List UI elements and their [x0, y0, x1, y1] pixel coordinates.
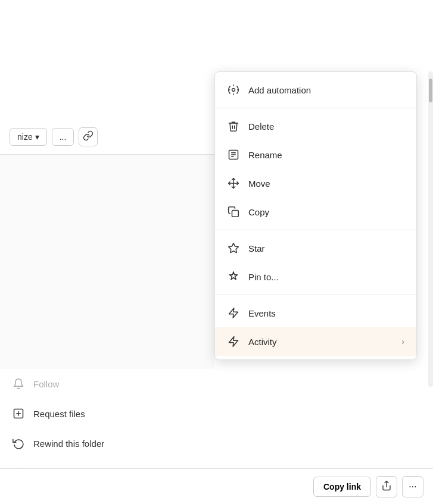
menu-item-events[interactable]: Events — [215, 299, 416, 327]
arrow-right-icon: › — [401, 337, 404, 346]
star-icon — [227, 242, 240, 255]
menu-item-star[interactable]: Star — [215, 234, 416, 262]
activity-label: Activity — [248, 337, 277, 347]
menu-item-move[interactable]: Move — [215, 169, 416, 198]
svg-marker-13 — [229, 337, 238, 347]
more-options-icon: ··· — [409, 481, 416, 492]
menu-item-rename[interactable]: Rename — [215, 140, 416, 169]
copy-label: Copy — [248, 207, 269, 217]
rewind-icon — [12, 437, 25, 450]
menu-item-add-automation[interactable]: Add automation — [215, 76, 416, 104]
events-icon — [227, 306, 240, 320]
star-label: Star — [248, 243, 265, 253]
follow-icon — [12, 377, 25, 390]
sidebar-item-rewind[interactable]: Rewind this folder — [0, 428, 214, 458]
svg-rect-10 — [232, 211, 239, 217]
menu-item-copy[interactable]: Copy — [215, 198, 416, 226]
delete-icon — [227, 120, 240, 133]
share-button[interactable] — [376, 476, 397, 497]
more-button[interactable]: ... — [52, 128, 74, 146]
copy-icon — [227, 205, 240, 218]
follow-label: Follow — [33, 379, 59, 389]
delete-label: Delete — [248, 121, 274, 132]
toolbar: nize ▾ ... — [0, 119, 214, 155]
pin-icon — [227, 270, 240, 283]
divider-1 — [215, 108, 416, 108]
scrollbar[interactable] — [428, 71, 433, 387]
menu-item-pin[interactable]: Pin to... — [215, 262, 416, 291]
scrollbar-thumb[interactable] — [429, 79, 432, 102]
divider-2 — [215, 230, 416, 230]
svg-marker-11 — [229, 243, 239, 253]
bottom-bar: Copy link ··· — [0, 468, 433, 504]
rename-icon — [227, 148, 240, 161]
more-label: ... — [60, 132, 67, 142]
copy-link-label: Copy link — [323, 482, 361, 492]
activity-icon — [227, 335, 240, 348]
request-files-label: Request files — [33, 409, 85, 419]
sidebar-item-request-files[interactable]: Request files — [0, 399, 214, 428]
move-label: Move — [248, 179, 270, 189]
rewind-label: Rewind this folder — [33, 439, 104, 449]
divider-3 — [215, 295, 416, 295]
pin-label: Pin to... — [248, 272, 279, 282]
context-menu: Add automation Delete Rename — [214, 71, 417, 360]
rename-label: Rename — [248, 150, 282, 160]
more-options-button[interactable]: ··· — [402, 476, 423, 497]
move-icon — [227, 177, 240, 190]
link-button[interactable] — [79, 127, 98, 146]
automation-icon — [227, 83, 240, 96]
organize-button[interactable]: nize ▾ — [10, 128, 47, 146]
menu-item-delete[interactable]: Delete — [215, 112, 416, 140]
request-files-icon — [12, 407, 25, 420]
menu-item-activity[interactable]: Activity › — [215, 327, 416, 356]
copy-link-button[interactable]: Copy link — [313, 477, 371, 497]
chevron-down-icon: ▾ — [35, 132, 39, 142]
organize-label: nize — [17, 132, 33, 142]
link-icon — [83, 130, 94, 143]
sidebar-item-follow[interactable]: Follow — [0, 369, 214, 399]
events-label: Events — [248, 308, 276, 318]
add-automation-label: Add automation — [248, 85, 311, 95]
share-icon — [381, 480, 392, 493]
svg-marker-12 — [229, 308, 238, 318]
svg-point-3 — [232, 89, 235, 92]
